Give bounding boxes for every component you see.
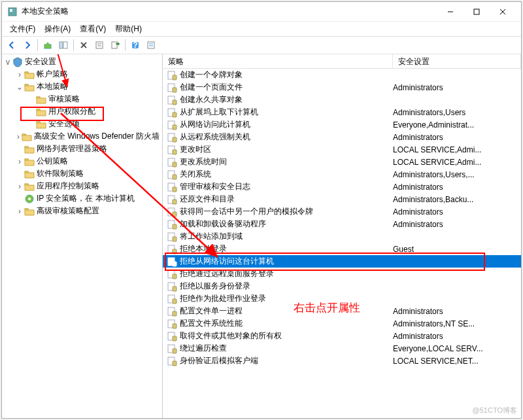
expand-icon[interactable]: ›	[15, 207, 24, 216]
menu-action[interactable]: 操作(A)	[41, 22, 75, 36]
tree-item[interactable]: ›高级安全 Windows Defender 防火墙	[2, 130, 162, 143]
policy-name: 获得同一会话中另一个用户的模拟令牌	[180, 206, 393, 217]
policy-setting: Administrators	[393, 207, 521, 217]
policy-setting: Administrators	[393, 83, 521, 92]
svg-point-31	[28, 198, 31, 200]
policy-row[interactable]: 拒绝从网络访问这台计算机	[163, 255, 521, 268]
tree-item-label: 本地策略	[37, 81, 68, 92]
export-button[interactable]	[108, 38, 122, 52]
policy-row[interactable]: 管理审核和安全日志Administrators	[163, 181, 521, 193]
policy-row[interactable]: 拒绝本地登录Guest	[163, 243, 521, 255]
svg-rect-68	[173, 287, 177, 291]
policy-row[interactable]: 关闭系统Administrators,Users,...	[163, 168, 521, 181]
policy-icon	[167, 356, 177, 366]
folder-icon	[24, 181, 35, 192]
tree-item[interactable]: ›帐户策略	[2, 68, 162, 80]
policy-row[interactable]: 更改系统时间LOCAL SERVICE,Admi...	[163, 156, 521, 168]
tree-item[interactable]: ›高级审核策略配置	[2, 205, 162, 217]
close-button[interactable]	[490, 3, 516, 21]
policy-row[interactable]: 配置文件单一进程Administrators	[163, 305, 521, 317]
delete-button[interactable]	[76, 38, 91, 52]
menu-file[interactable]: 文件(F)	[6, 22, 39, 36]
policy-name: 更改系统时间	[180, 156, 393, 167]
security-icon	[12, 57, 23, 67]
collapse-icon[interactable]: ⌄	[15, 82, 24, 92]
back-button[interactable]	[5, 38, 19, 52]
policy-row[interactable]: 从扩展坞上取下计算机Administrators,Users	[163, 106, 521, 118]
expand-icon[interactable]: ›	[15, 157, 24, 166]
svg-rect-36	[173, 88, 177, 92]
policy-icon	[167, 107, 177, 118]
policy-row[interactable]: 加载和卸载设备驱动程序Administrators	[163, 218, 521, 230]
maximize-button[interactable]	[464, 3, 490, 21]
tree-root[interactable]: v 安全设置	[2, 56, 162, 68]
tree-item[interactable]: 软件限制策略	[2, 167, 162, 180]
expand-icon[interactable]: ›	[15, 70, 24, 79]
policy-setting: Administrators,NT SE...	[393, 319, 521, 328]
expand-icon[interactable]: ›	[15, 132, 22, 141]
column-security-setting[interactable]: 安全设置	[393, 54, 521, 68]
policy-icon	[167, 70, 177, 80]
svg-rect-72	[173, 311, 177, 316]
policy-row[interactable]: 将工作站添加到域	[163, 230, 521, 243]
titlebar: 本地安全策略	[2, 2, 521, 22]
tree-item[interactable]: 安全选项	[2, 118, 162, 130]
policy-row[interactable]: 取得文件或其他对象的所有权Administrators	[163, 330, 521, 342]
tree-item[interactable]: 审核策略	[2, 93, 162, 105]
svg-rect-32	[25, 209, 28, 210]
policy-row[interactable]: 拒绝以服务身份登录	[163, 280, 521, 292]
svg-rect-38	[173, 100, 177, 105]
policy-row[interactable]: 身份验证后模拟客户端LOCAL SERVICE,NET...	[163, 355, 521, 367]
refresh-button[interactable]	[144, 38, 158, 52]
tree-item[interactable]: ›应用程序控制策略	[2, 180, 162, 192]
show-hide-tree-button[interactable]	[56, 38, 71, 52]
policy-row[interactable]: 创建一个页面文件Administrators	[163, 81, 521, 94]
menu-view[interactable]: 查看(V)	[76, 22, 110, 36]
policy-row[interactable]: 创建一个令牌对象	[163, 69, 521, 81]
expand-icon[interactable]: v	[3, 58, 12, 67]
tree-item-label: 审核策略	[48, 94, 80, 105]
menu-help[interactable]: 帮助(H)	[111, 22, 146, 36]
list-pane: 策略 安全设置 创建一个令牌对象创建一个页面文件Administrators创建…	[163, 54, 521, 418]
toolbar-separator	[125, 39, 126, 51]
folder-icon	[24, 206, 35, 217]
minimize-button[interactable]	[437, 3, 464, 21]
expand-icon[interactable]: ›	[15, 182, 24, 191]
svg-rect-46	[173, 150, 177, 154]
svg-rect-80	[173, 361, 177, 366]
tree-pane[interactable]: v 安全设置 ›帐户策略⌄本地策略审核策略用户权限分配安全选项›高级安全 Win…	[2, 54, 163, 418]
svg-rect-44	[173, 137, 177, 142]
policy-name: 配置文件单一进程	[180, 306, 393, 317]
svg-rect-25	[22, 134, 25, 135]
properties-button[interactable]	[92, 38, 107, 52]
policy-row[interactable]: 从网络访问此计算机Everyone,Administrat...	[163, 118, 521, 131]
tree-item[interactable]: 用户权限分配	[2, 105, 162, 118]
policy-row[interactable]: 还原文件和目录Administrators,Backu...	[163, 193, 521, 205]
policy-icon	[167, 169, 177, 180]
svg-rect-76	[173, 336, 177, 341]
policy-row[interactable]: 更改时区LOCAL SERVICE,Admi...	[163, 143, 521, 156]
tree-item[interactable]: IP 安全策略，在 本地计算机	[2, 192, 162, 205]
svg-rect-17	[148, 42, 154, 48]
policy-row[interactable]: 获得同一会话中另一个用户的模拟令牌Administrators	[163, 205, 521, 218]
policy-row[interactable]: 拒绝通过远程桌面服务登录	[163, 268, 521, 280]
up-button[interactable]	[41, 38, 55, 52]
policy-icon	[167, 319, 177, 329]
svg-rect-70	[173, 299, 177, 304]
policy-name: 创建永久共享对象	[180, 94, 393, 105]
policy-row[interactable]: 从远程系统强制关机Administrators	[163, 131, 521, 143]
policy-row[interactable]: 创建永久共享对象	[163, 94, 521, 106]
policy-row[interactable]: 配置文件系统性能Administrators,NT SE...	[163, 317, 521, 330]
policy-name: 从扩展坞上取下计算机	[180, 107, 393, 118]
help-button[interactable]: ?	[128, 38, 143, 52]
policy-row[interactable]: 绕过遍历检查Everyone,LOCAL SERV...	[163, 342, 521, 355]
list-body[interactable]: 创建一个令牌对象创建一个页面文件Administrators创建永久共享对象从扩…	[163, 69, 521, 418]
svg-rect-56	[173, 212, 177, 217]
policy-row[interactable]: 拒绝作为批处理作业登录	[163, 292, 521, 305]
tree-item[interactable]: ›公钥策略	[2, 155, 162, 167]
tree-item-label: 软件限制策略	[37, 168, 84, 179]
forward-button[interactable]	[20, 38, 35, 52]
tree-item[interactable]: 网络列表管理器策略	[2, 143, 162, 155]
tree-item[interactable]: ⌄本地策略	[2, 80, 162, 93]
column-policy[interactable]: 策略	[163, 54, 393, 68]
